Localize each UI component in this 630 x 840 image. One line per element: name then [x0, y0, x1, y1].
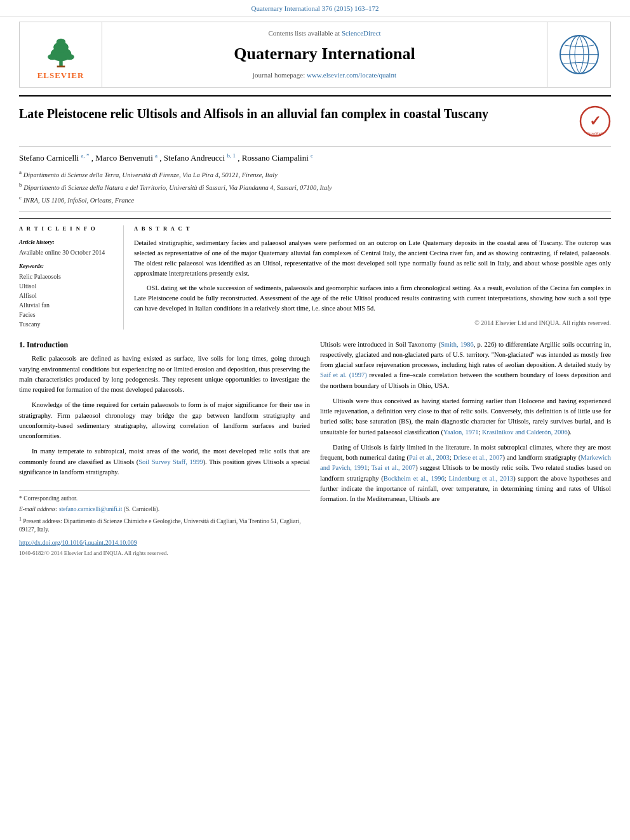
- driese-2007-link[interactable]: Driese et al., 2007: [453, 454, 503, 461]
- intro-para-2: Knowledge of the time required for certa…: [19, 400, 310, 441]
- intro-para-3: In many temperate to subtropical, moist …: [19, 446, 310, 477]
- soil-survey-link[interactable]: Soil Survey Staff, 1999: [138, 458, 203, 465]
- crossmark-icon[interactable]: ✓ CrossMark: [579, 105, 611, 137]
- smith-1986-link[interactable]: Smith, 1986: [441, 341, 474, 348]
- svg-point-4: [48, 55, 57, 60]
- keyword-alluvial-fan: Alluvial fan: [19, 301, 116, 310]
- email-link[interactable]: stefano.carnicelli@unifi.it: [59, 506, 123, 512]
- keyword-facies: Facies: [19, 310, 116, 319]
- right-para-2: Ultisols were thus conceived as having s…: [320, 396, 611, 437]
- elsevier-tree-icon: [39, 37, 83, 69]
- journal-homepage-url[interactable]: www.elsevier.com/locate/quaint: [307, 71, 396, 79]
- body-content: 1. Introduction Relic palaeosols are def…: [19, 340, 611, 557]
- right-para-3: Dating of Ultisols is fairly limited in …: [320, 443, 611, 505]
- crossmark-badge: ✓ CrossMark: [579, 105, 611, 140]
- article-history-label: Article history:: [19, 238, 116, 246]
- svg-rect-6: [57, 66, 65, 68]
- journal-header-logo-area: ELSEVIER: [20, 22, 102, 86]
- abstract-paragraph-2: OSL dating set the whole succession of s…: [134, 283, 611, 313]
- keyword-tuscany: Tuscany: [19, 320, 116, 329]
- article-info-column: A R T I C L E I N F O Article history: A…: [19, 225, 124, 329]
- email-note: E-mail address: stefano.carnicelli@unifi…: [19, 505, 310, 514]
- elsevier-brand-text: ELSEVIER: [37, 70, 84, 81]
- author-andreucci: Stefano Andreucci: [164, 154, 227, 163]
- tsai-2007-link[interactable]: Tsai et al., 2007: [372, 464, 415, 471]
- article-title-section: Late Pleistocene relic Ultisols and Alfi…: [19, 95, 611, 147]
- present-address-note: 1 Present address: Dipartimento di Scien…: [19, 516, 310, 535]
- journal-homepage-line: journal homepage: www.elsevier.com/locat…: [253, 70, 396, 80]
- pai-2003-link[interactable]: Pai et al., 2003: [409, 454, 450, 461]
- svg-point-3: [56, 39, 65, 46]
- journal-header: ELSEVIER Contents lists available at Sci…: [19, 22, 611, 87]
- body-left-column: 1. Introduction Relic palaeosols are def…: [19, 340, 310, 557]
- svg-text:✓: ✓: [589, 113, 601, 129]
- authors-section: Stefano Carnicelli a, * , Marco Benvenut…: [19, 152, 611, 164]
- contents-available-text: Contents lists available at ScienceDirec…: [268, 29, 380, 38]
- abstract-label: A B S T R A C T: [134, 225, 611, 233]
- journal-citation-bar: Quaternary International 376 (2015) 163–…: [0, 0, 630, 17]
- right-para-1: Ultisols were introduced in Soil Taxonom…: [320, 340, 611, 391]
- lindenburg-2013-link[interactable]: Lindenburg et al., 2013: [449, 475, 514, 482]
- affiliation-c: c INRA, US 1106, InfoSol, Orleans, Franc…: [19, 194, 611, 205]
- globe-icon: [557, 32, 601, 77]
- journal-header-center: Contents lists available at ScienceDirec…: [102, 22, 547, 86]
- saif-1997-link[interactable]: Saif et al. (1997): [320, 371, 367, 378]
- intro-section-title: 1. Introduction: [19, 340, 310, 350]
- keyword-relic-palaeosols: Relic Palaeosols: [19, 272, 116, 281]
- keyword-ultisol: Ultisol: [19, 282, 116, 291]
- corresponding-author-note: * Corresponding author.: [19, 495, 310, 503]
- author-ciampalini: Rossano Ciampalini: [242, 154, 311, 163]
- yaalon-1971-link[interactable]: Yaalon, 1971: [443, 429, 479, 436]
- abstract-column: A B S T R A C T Detailed stratigraphic, …: [134, 225, 611, 329]
- main-content: Late Pleistocene relic Ultisols and Alfi…: [19, 95, 611, 557]
- article-history-value: Available online 30 October 2014: [19, 248, 116, 257]
- issn-line: 1040-6182/© 2014 Elsevier Ltd and INQUA.…: [19, 549, 310, 557]
- keywords-label: Keywords:: [19, 262, 116, 270]
- intro-para-1: Relic palaeosols are defined as having e…: [19, 354, 310, 395]
- article-info-label: A R T I C L E I N F O: [19, 225, 116, 233]
- doi-link[interactable]: http://dx.doi.org/10.1016/j.quaint.2014.…: [19, 538, 310, 547]
- footer-section: * Corresponding author. E-mail address: …: [19, 490, 310, 557]
- affiliation-b: b Dipartimento di Scienze della Natura e…: [19, 181, 611, 192]
- article-title: Late Pleistocene relic Ultisols and Alfi…: [19, 105, 579, 122]
- abstract-paragraph-1: Detailed stratigraphic, sedimentary faci…: [134, 238, 611, 278]
- author-carnicelli: Stefano Carnicelli: [19, 154, 81, 163]
- svg-point-5: [65, 55, 74, 60]
- copyright-line: © 2014 Elsevier Ltd and INQUA. All right…: [134, 319, 611, 328]
- bockheim-1996-link[interactable]: Bockheim et al., 1996: [384, 475, 445, 482]
- body-right-column: Ultisols were introduced in Soil Taxonom…: [320, 340, 611, 557]
- svg-text:CrossMark: CrossMark: [587, 131, 604, 135]
- article-info-abstract-section: A R T I C L E I N F O Article history: A…: [19, 218, 611, 329]
- affiliations-section: a Dipartimento di Scienze della Terra, U…: [19, 168, 611, 213]
- journal-citation: Quaternary International 376 (2015) 163–…: [251, 4, 379, 12]
- journal-header-right: [547, 22, 610, 86]
- page-wrapper: Quaternary International 376 (2015) 163–…: [0, 0, 630, 840]
- affiliation-a: a Dipartimento di Scienze della Terra, U…: [19, 168, 611, 180]
- elsevier-logo: ELSEVIER: [37, 37, 84, 81]
- krasilnikov-link[interactable]: Krasilnikov and Calderón, 2006: [482, 429, 568, 436]
- keyword-alfisol: Alfisol: [19, 291, 116, 300]
- author-benvenuti: Marco Benvenuti: [95, 154, 155, 163]
- sciencedirect-link[interactable]: ScienceDirect: [342, 29, 381, 37]
- journal-title-header: Quaternary International: [234, 43, 415, 65]
